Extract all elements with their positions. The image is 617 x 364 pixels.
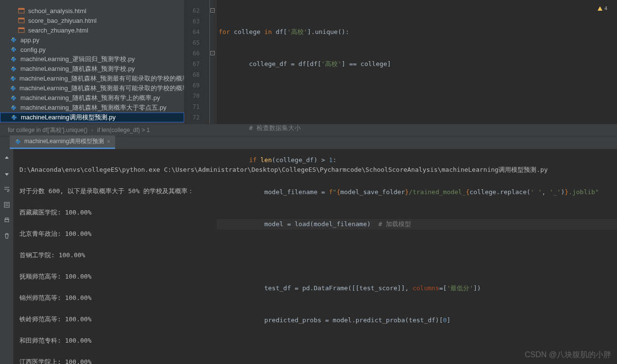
svg-point-14 (13, 116, 14, 116)
python-icon (10, 114, 18, 121)
tree-item[interactable]: requirements.txt (0, 122, 184, 124)
run-tab-label: machineLearning调用模型预测 (24, 137, 104, 146)
svg-rect-5 (18, 28, 24, 29)
tree-item[interactable]: machineLearning_逻辑回归_预测学校.py (0, 54, 184, 64)
warning-count: 4 (604, 5, 607, 11)
watermark: CSDN @八块腹肌的小胖 (525, 350, 611, 360)
fold-icon[interactable]: − (210, 8, 215, 13)
python-icon (10, 36, 17, 44)
html-icon (17, 26, 25, 34)
close-icon[interactable]: × (107, 138, 110, 145)
line-gutter: 6263646566676869707172 (185, 0, 210, 124)
file-name: config.py (20, 46, 46, 53)
python-icon (10, 46, 17, 53)
svg-point-12 (12, 96, 13, 97)
python-icon (10, 75, 17, 83)
breadcrumb-item[interactable]: if len(college_df) > 1 (93, 127, 154, 133)
project-tree[interactable]: school_analysis.html score_bao_zhiyuan.h… (0, 0, 185, 124)
file-name: machineLearning调用模型预测.py (21, 113, 116, 122)
svg-rect-21 (5, 219, 9, 222)
soft-wrap-icon[interactable] (2, 185, 11, 194)
svg-rect-1 (18, 8, 24, 10)
tree-item[interactable]: machineLearning_随机森林_预测最有可能录取的学校的概率（概 (0, 74, 184, 83)
svg-point-7 (12, 48, 13, 49)
file-name: requirements.txt (20, 124, 66, 124)
file-name: search_zhuanye.html (28, 27, 88, 34)
python-icon (10, 65, 17, 73)
svg-rect-3 (18, 18, 24, 19)
code-content[interactable]: for college in df['高校'].unique(): colleg… (217, 0, 617, 124)
tree-item[interactable]: machineLearning_随机森林_预测概率大于零点五.py (0, 103, 184, 113)
tree-item[interactable]: score_bao_zhiyuan.html (0, 16, 184, 25)
svg-rect-22 (5, 218, 8, 219)
svg-point-19 (17, 140, 17, 141)
python-icon (10, 94, 17, 102)
arrow-down-icon[interactable] (2, 169, 11, 178)
code-editor[interactable]: 6263646566676869707172 −− for college in… (185, 0, 617, 124)
run-tab[interactable]: machineLearning调用模型预测 × (10, 135, 115, 149)
file-name: machineLearning_逻辑回归_预测学校.py (20, 55, 135, 64)
text-icon (10, 123, 17, 124)
python-icon (10, 104, 17, 112)
tree-item[interactable]: machineLearning_随机森林_预测有学上的概率.py (0, 93, 184, 103)
fold-gutter[interactable]: −− (210, 0, 217, 124)
tree-item[interactable]: machineLearning_随机森林_预测学校.py (0, 64, 184, 74)
file-name: machineLearning_随机森林_预测学校.py (20, 65, 135, 73)
fold-icon[interactable]: − (210, 51, 215, 55)
html-icon (17, 7, 25, 15)
trash-icon[interactable] (2, 232, 11, 240)
python-icon (10, 55, 17, 63)
tree-item[interactable]: search_zhuanye.html (0, 25, 184, 35)
print-icon[interactable] (2, 216, 11, 225)
breadcrumb-item[interactable]: for college in df['高校'].unique() (4, 126, 91, 134)
svg-point-11 (12, 86, 13, 87)
file-name: school_analysis.html (28, 7, 86, 15)
file-name: app.py (20, 36, 39, 44)
svg-point-10 (12, 77, 13, 78)
python-icon (10, 84, 17, 92)
arrow-up-icon[interactable] (2, 154, 11, 163)
svg-rect-20 (4, 202, 9, 207)
svg-point-9 (12, 67, 13, 68)
svg-point-13 (12, 106, 13, 107)
python-icon (15, 138, 21, 145)
svg-point-8 (12, 57, 13, 58)
file-name: machineLearning_随机森林_预测最有可能录取的学校的概率（概 (19, 84, 185, 93)
tree-item[interactable]: school_analysis.html (0, 6, 184, 16)
file-name: machineLearning_随机森林_预测有学上的概率.py (20, 94, 160, 102)
tree-item[interactable]: config.py (0, 45, 184, 54)
html-icon (17, 17, 25, 24)
tree-item[interactable]: app.py (0, 35, 184, 45)
tree-item[interactable]: machineLearning_随机森林_预测最有可能录取的学校的概率（概 (0, 83, 184, 93)
warning-icon (598, 6, 602, 11)
run-toolbar (0, 149, 14, 364)
file-name: machineLearning_随机森林_预测概率大于零点五.py (20, 103, 167, 112)
tree-item-selected[interactable]: machineLearning调用模型预测.py (0, 113, 184, 122)
scroll-icon[interactable] (2, 200, 11, 209)
svg-point-6 (12, 38, 13, 39)
file-name: score_bao_zhiyuan.html (28, 17, 97, 24)
file-name: machineLearning_随机森林_预测最有可能录取的学校的概率（概 (19, 74, 185, 83)
inspection-badge[interactable]: 4 (598, 5, 607, 11)
